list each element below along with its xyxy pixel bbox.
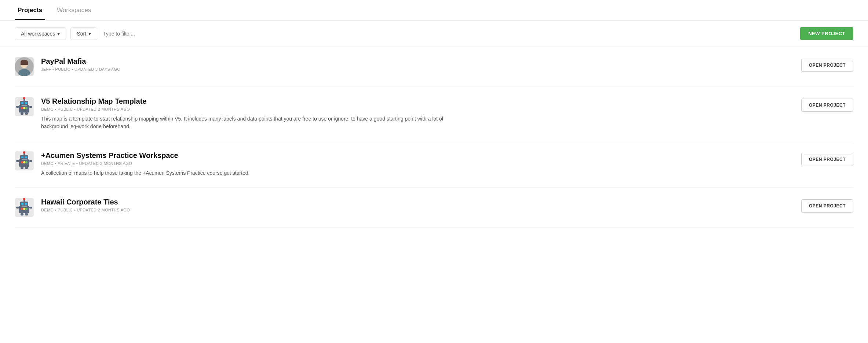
project-name: +Acumen Systems Practice Workspace (41, 151, 792, 160)
project-meta: JEFF • PUBLIC • UPDATED 3 DAYS AGO (41, 67, 792, 71)
svg-rect-17 (25, 113, 28, 115)
tab-workspaces[interactable]: Workspaces (54, 0, 94, 20)
svg-rect-40 (21, 203, 23, 205)
svg-point-44 (23, 208, 25, 210)
tabs-nav: ProjectsWorkspaces (0, 0, 868, 21)
svg-rect-11 (25, 102, 27, 104)
svg-point-24 (23, 151, 25, 154)
svg-rect-4 (21, 62, 28, 65)
project-info: V5 Relationship Map TemplateDEMO • PUBLI… (41, 97, 792, 130)
project-description: A collection of maps to help those takin… (41, 169, 445, 177)
svg-rect-10 (21, 102, 23, 104)
svg-point-39 (23, 198, 25, 200)
svg-rect-41 (25, 203, 27, 205)
project-item: V5 Relationship Map TemplateDEMO • PUBLI… (15, 87, 853, 141)
project-item: +Acumen Systems Practice WorkspaceDEMO •… (15, 141, 853, 188)
project-meta: DEMO • PRIVATE • UPDATED 2 MONTHS AGO (41, 161, 792, 166)
open-project-button[interactable]: OPEN PROJECT (801, 153, 853, 166)
svg-rect-18 (16, 106, 19, 108)
project-item: Hawaii Corporate TiesDEMO • PUBLIC • UPD… (15, 188, 853, 228)
svg-point-9 (23, 97, 25, 99)
project-info: PayPal MafiaJEFF • PUBLIC • UPDATED 3 DA… (41, 57, 792, 75)
project-avatar (15, 57, 34, 76)
svg-rect-26 (25, 156, 27, 158)
chevron-down-icon: ▾ (57, 31, 60, 37)
svg-rect-12 (22, 105, 27, 106)
project-meta: DEMO • PUBLIC • UPDATED 2 MONTHS AGO (41, 107, 792, 111)
svg-rect-46 (21, 213, 23, 215)
chevron-down-icon: ▾ (88, 31, 91, 37)
svg-rect-19 (29, 106, 32, 108)
new-project-button[interactable]: NEW PROJECT (800, 27, 853, 40)
svg-rect-27 (22, 159, 27, 160)
svg-rect-33 (16, 160, 19, 162)
project-description: This map is a template to start relation… (41, 115, 445, 130)
project-list: PayPal MafiaJEFF • PUBLIC • UPDATED 3 DA… (0, 47, 868, 228)
sort-button[interactable]: Sort ▾ (70, 27, 97, 40)
svg-rect-42 (22, 206, 27, 207)
svg-rect-25 (21, 156, 23, 158)
open-project-button[interactable]: OPEN PROJECT (801, 99, 853, 112)
svg-rect-16 (21, 113, 23, 115)
project-info: +Acumen Systems Practice WorkspaceDEMO •… (41, 151, 792, 177)
project-meta: DEMO • PUBLIC • UPDATED 2 MONTHS AGO (41, 208, 792, 212)
svg-point-14 (23, 107, 25, 109)
project-name: V5 Relationship Map Template (41, 97, 792, 106)
svg-rect-31 (21, 167, 23, 169)
svg-point-30 (25, 161, 28, 163)
project-avatar (15, 97, 34, 116)
svg-rect-48 (16, 207, 19, 209)
project-name: PayPal Mafia (41, 57, 792, 66)
tab-projects[interactable]: Projects (15, 0, 45, 20)
toolbar: All workspaces ▾ Sort ▾ NEW PROJECT (0, 21, 868, 47)
project-name: Hawaii Corporate Ties (41, 198, 792, 206)
project-item: PayPal MafiaJEFF • PUBLIC • UPDATED 3 DA… (15, 47, 853, 87)
project-info: Hawaii Corporate TiesDEMO • PUBLIC • UPD… (41, 198, 792, 216)
workspace-filter-label: All workspaces (21, 31, 55, 37)
svg-point-13 (21, 107, 23, 109)
project-avatar (15, 151, 34, 170)
open-project-button[interactable]: OPEN PROJECT (801, 199, 853, 213)
svg-point-15 (25, 107, 28, 109)
svg-point-45 (25, 208, 28, 210)
svg-rect-32 (25, 167, 28, 169)
svg-point-29 (23, 161, 25, 163)
project-avatar (15, 198, 34, 217)
filter-input[interactable] (102, 28, 796, 40)
svg-rect-47 (25, 213, 28, 215)
sort-label: Sort (77, 31, 86, 37)
svg-rect-34 (29, 160, 32, 162)
svg-point-28 (21, 161, 23, 163)
svg-rect-49 (29, 207, 32, 209)
workspace-filter-button[interactable]: All workspaces ▾ (15, 27, 66, 40)
open-project-button[interactable]: OPEN PROJECT (801, 59, 853, 72)
svg-point-43 (21, 208, 23, 210)
